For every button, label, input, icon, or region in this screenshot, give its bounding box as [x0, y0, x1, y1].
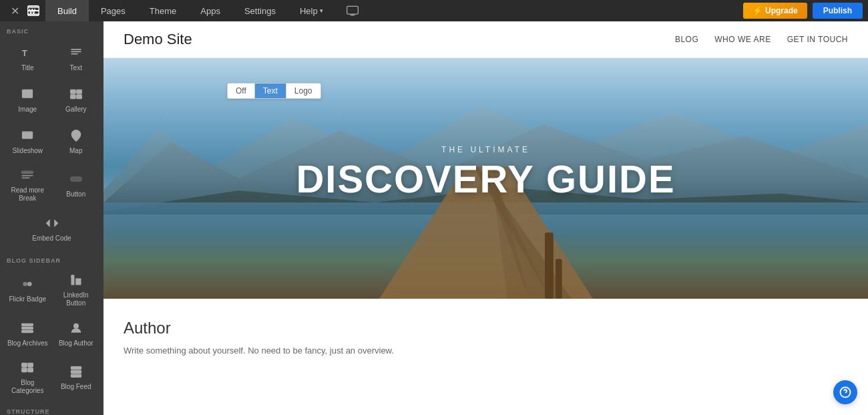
- tab-theme[interactable]: Theme: [138, 0, 188, 21]
- svg-rect-35: [71, 370, 81, 373]
- widget-map[interactable]: Map: [53, 122, 100, 162]
- blog-categories-icon: [21, 361, 34, 376]
- svg-rect-20: [70, 177, 81, 182]
- widget-map-label: Map: [69, 147, 82, 155]
- nav-tabs: Build Pages Theme Apps Settings Help ▾: [45, 0, 335, 21]
- widget-text[interactable]: Text: [53, 39, 100, 79]
- svg-rect-11: [70, 90, 75, 94]
- linkedin-icon: [69, 273, 83, 289]
- svg-rect-25: [71, 275, 73, 278]
- widget-linkedin[interactable]: LinkedIn Button: [53, 268, 100, 313]
- author-description: Write something about yourself. No need …: [124, 344, 848, 358]
- svg-rect-31: [28, 363, 33, 367]
- svg-rect-34: [71, 367, 81, 370]
- widget-grid-basic: T Title Text Image Gallery: [0, 37, 103, 251]
- widget-readmore-label: Read more Break: [7, 186, 49, 202]
- readmore-icon: [21, 168, 34, 184]
- widget-blog-archives-label: Blog Archives: [7, 339, 48, 348]
- nav-blog[interactable]: BLOG: [675, 35, 698, 44]
- tab-settings[interactable]: Settings: [232, 0, 288, 21]
- close-button[interactable]: ✕: [5, 0, 24, 21]
- nav-get-in-touch[interactable]: GET IN TOUCH: [787, 35, 848, 44]
- widget-image-label: Image: [18, 106, 37, 114]
- svg-rect-17: [22, 171, 33, 173]
- svg-point-21: [23, 282, 28, 287]
- hero-section: THE ULTIMATE DISCOVERY GUIDE: [103, 58, 868, 299]
- svg-rect-32: [22, 368, 27, 372]
- svg-point-22: [27, 282, 32, 287]
- device-preview-icon[interactable]: [341, 4, 365, 17]
- author-box: Author Write something about yourself. N…: [124, 319, 848, 358]
- svg-rect-12: [77, 90, 82, 94]
- widget-blog-feed[interactable]: Blog Feed: [53, 356, 100, 400]
- chevron-down-icon: ▾: [320, 7, 323, 14]
- toggle-off[interactable]: Off: [228, 84, 255, 98]
- gallery-icon: [69, 88, 83, 103]
- widget-gallery[interactable]: Gallery: [53, 80, 100, 120]
- widget-slideshow-label: Slideshow: [12, 147, 43, 155]
- section-label-basic: BASIC: [0, 21, 103, 37]
- tab-build[interactable]: Build: [45, 0, 89, 21]
- svg-point-10: [24, 91, 26, 93]
- widget-blog-categories[interactable]: Blog Categories: [4, 356, 51, 400]
- widget-title[interactable]: T Title: [4, 39, 51, 79]
- svg-rect-28: [22, 330, 33, 332]
- widget-blog-author-label: Blog Author: [59, 339, 93, 348]
- svg-rect-30: [22, 363, 27, 367]
- toggle-text[interactable]: Text: [255, 84, 286, 98]
- svg-text:T: T: [22, 48, 27, 58]
- main-layout: BASIC T Title Text Image: [0, 21, 868, 415]
- text-icon: [69, 46, 83, 61]
- widget-button-label: Button: [66, 190, 85, 198]
- top-bar: ✕ W Build Pages Theme Apps Settings Help…: [0, 0, 868, 21]
- widget-blog-author[interactable]: Blog Author: [53, 314, 100, 354]
- widget-button[interactable]: Button: [53, 163, 100, 208]
- svg-text:W: W: [29, 8, 36, 15]
- svg-rect-27: [22, 327, 33, 329]
- widget-blog-feed-label: Blog Feed: [61, 383, 91, 391]
- tab-help[interactable]: Help ▾: [288, 0, 335, 21]
- content-area: Demo Site BLOG WHO WE ARE GET IN TOUCH O…: [103, 21, 868, 415]
- widget-flickr[interactable]: Flickr Badge: [4, 268, 51, 313]
- widget-embed[interactable]: Embed Code: [4, 209, 99, 249]
- widget-grid-blog: Flickr Badge LinkedIn Button Blog Archiv…: [0, 267, 103, 402]
- widget-blog-archives[interactable]: Blog Archives: [4, 314, 51, 354]
- help-bubble[interactable]: [833, 380, 857, 404]
- widget-image[interactable]: Image: [4, 80, 51, 120]
- top-bar-right: ⚡Upgrade Publish: [743, 3, 868, 19]
- widget-text-label: Text: [70, 64, 82, 72]
- widget-gallery-label: Gallery: [65, 106, 87, 114]
- svg-rect-2: [347, 6, 358, 14]
- blog-archives-icon: [21, 321, 34, 337]
- author-title: Author: [124, 319, 848, 337]
- nav-who-we-are[interactable]: WHO WE ARE: [714, 35, 771, 44]
- section-label-blog-sidebar: BLOG SIDEBAR: [0, 251, 103, 267]
- widget-flickr-label: Flickr Badge: [9, 295, 46, 303]
- svg-rect-13: [70, 94, 75, 98]
- widget-linkedin-label: LinkedIn Button: [55, 291, 97, 307]
- logo-toggle-bar: Off Text Logo: [227, 83, 321, 99]
- image-icon: [21, 88, 34, 103]
- toggle-logo[interactable]: Logo: [286, 84, 320, 98]
- widget-slideshow[interactable]: Slideshow: [4, 122, 51, 162]
- upgrade-button[interactable]: ⚡Upgrade: [743, 3, 807, 19]
- site-header: Demo Site BLOG WHO WE ARE GET IN TOUCH: [103, 21, 868, 58]
- publish-button[interactable]: Publish: [813, 3, 863, 19]
- widget-readmore[interactable]: Read more Break: [4, 163, 51, 208]
- blog-author-icon: [69, 321, 83, 337]
- blog-feed-icon: [69, 365, 83, 380]
- hero-overlay: THE ULTIMATE DISCOVERY GUIDE: [103, 58, 868, 299]
- svg-rect-36: [71, 374, 81, 377]
- weebly-logo: W: [24, 0, 43, 21]
- hero-subtitle: THE ULTIMATE: [441, 145, 530, 154]
- slideshow-icon: [21, 129, 34, 144]
- site-nav: BLOG WHO WE ARE GET IN TOUCH: [675, 35, 848, 44]
- map-icon: [69, 129, 83, 144]
- svg-rect-24: [75, 279, 81, 285]
- svg-rect-33: [28, 368, 33, 372]
- flickr-icon: [21, 277, 34, 293]
- site-title: Demo Site: [124, 31, 192, 48]
- tab-apps[interactable]: Apps: [188, 0, 232, 21]
- tab-pages[interactable]: Pages: [89, 0, 138, 21]
- site-preview[interactable]: Demo Site BLOG WHO WE ARE GET IN TOUCH O…: [103, 21, 868, 415]
